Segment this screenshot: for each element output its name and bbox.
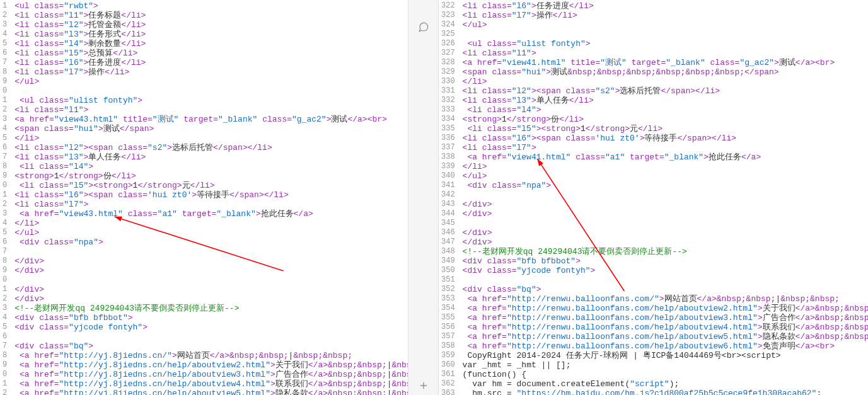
code-line[interactable]: </div> (14, 285, 408, 294)
code-line[interactable]: <a href="view41.html" title="测试" target=… (463, 58, 868, 67)
code-line[interactable]: <li class="l6"><span class='hui zt0'>等待接… (14, 190, 408, 200)
code-line[interactable]: <li class="l3">单人任务</li> (14, 152, 408, 162)
code-line[interactable]: <li class="l4"> (463, 105, 868, 115)
code-line[interactable]: <li class="l4"> (14, 162, 408, 171)
diff-pane-left: 1 2 3 4 5 6 7 8 9 0 1 2 3 4 5 6 7 8 9 0 … (0, 0, 408, 395)
code-line[interactable]: <div class="yjcode fontyh"> (14, 323, 408, 332)
code-line[interactable]: </ul> (14, 77, 408, 86)
code-line[interactable]: <span class="hui">测试&nbsp;&nbsp;&nbsp;&n… (463, 67, 868, 77)
code-line[interactable]: <li class="l5"><strong>1</strong>元</li> (463, 124, 868, 134)
code-line[interactable]: <ul class="ulist fontyh"> (14, 96, 408, 105)
code-line[interactable]: <li class="l3">单人任务</li> (463, 96, 868, 105)
code-area-right[interactable]: 322 323 324 325 326 327 328 329 330 331 … (439, 0, 868, 395)
code-line[interactable]: <a href="http://renwu.balloonfans.com/he… (463, 323, 868, 332)
code-line[interactable]: </div> (463, 238, 868, 247)
code-line[interactable]: <div class="yjcode fontyh"> (463, 266, 868, 275)
code-line[interactable]: <li class="l1"> (463, 49, 868, 58)
code-line[interactable]: <a href="http://renwu.balloonfans.com/he… (463, 304, 868, 313)
code-line[interactable] (463, 190, 868, 200)
line-numbers-right: 322 323 324 325 326 327 328 329 330 331 … (439, 0, 459, 395)
diff-gutter (408, 0, 439, 395)
code-line[interactable]: </li> (14, 219, 408, 228)
code-line[interactable]: <div class="bfb bfbbot"> (14, 313, 408, 323)
code-line[interactable]: <li class="l2"><span class="s2">选标后托管</s… (14, 143, 408, 152)
code-area-left[interactable]: 1 2 3 4 5 6 7 8 9 0 1 2 3 4 5 6 7 8 9 0 … (0, 0, 408, 395)
code-line[interactable]: <li class="l7">操作</li> (14, 67, 408, 77)
code-line[interactable]: </div> (463, 228, 868, 238)
code-line[interactable]: <!--老财网开发qq 249294043请不要倒卖否则停止更新--> (463, 247, 868, 256)
code-line[interactable] (463, 275, 868, 285)
code-line[interactable]: </li> (463, 77, 868, 86)
line-numbers-left: 1 2 3 4 5 6 7 8 9 0 1 2 3 4 5 6 7 8 9 0 … (0, 0, 11, 395)
code-line[interactable]: <a href="http://renwu.balloonfans.com/">… (463, 294, 868, 304)
code-line[interactable]: </div> (463, 209, 868, 219)
code-line[interactable]: <span class="hui">测试</span> (14, 124, 408, 134)
code-line[interactable]: </ul> (463, 171, 868, 181)
code-line[interactable]: var _hmt = _hmt || []; (463, 360, 868, 370)
code-line[interactable] (463, 219, 868, 228)
code-line[interactable]: </div> (14, 256, 408, 266)
code-line[interactable] (14, 275, 408, 285)
code-line[interactable]: <a href="view41.html" class="a1" target=… (463, 152, 868, 162)
code-line[interactable]: <a href="http://yj.8jiedns.cn/help/about… (14, 360, 408, 370)
code-line[interactable]: <a href="http://renwu.balloonfans.com/he… (463, 313, 868, 323)
code-line[interactable]: <strong>1</strong>份</li> (463, 115, 868, 124)
code-line[interactable]: (function() { (463, 370, 868, 379)
code-line[interactable]: CopyRight 2014-2024 任务大厅-球粉网 | 粤ICP备1404… (463, 351, 868, 360)
code-line[interactable]: <li class="l5">总预算</li> (14, 49, 408, 58)
code-line[interactable]: </li> (463, 162, 868, 171)
code-line[interactable]: <li class="l6">任务进度</li> (463, 1, 868, 11)
code-line[interactable]: <div class="bq"> (463, 285, 868, 294)
code-line[interactable]: <div class="npa"> (14, 238, 408, 247)
code-line[interactable]: </ul> (463, 20, 868, 30)
code-lines-left[interactable]: <ul class="rwbt"><li class="l1">任务标题</li… (11, 0, 408, 395)
plus-icon[interactable] (414, 377, 433, 396)
code-line[interactable]: </ul> (14, 228, 408, 238)
code-line[interactable]: </li> (14, 134, 408, 143)
code-line[interactable]: <div class="bq"> (14, 341, 408, 351)
code-line[interactable] (14, 86, 408, 96)
code-line[interactable]: </div> (14, 294, 408, 304)
code-line[interactable]: <li class="l6"><span class='hui zt0'>等待接… (463, 134, 868, 143)
code-line[interactable]: <li class="l1"> (14, 105, 408, 115)
code-line[interactable]: <a href="http://yj.8jiedns.cn/help/about… (14, 370, 408, 379)
code-line[interactable] (14, 332, 408, 341)
code-line[interactable]: <a href="http://yj.8jiedns.cn/help/about… (14, 379, 408, 389)
code-line[interactable]: <li class="l6">任务进度</li> (14, 58, 408, 67)
code-line[interactable]: <li class="l1">任务标题</li> (14, 11, 408, 20)
code-line[interactable]: <li class="l7"> (463, 143, 868, 152)
code-line[interactable]: <li class="l3">任务形式</li> (14, 30, 408, 39)
code-line[interactable]: <div class="bfb bfbbot"> (463, 256, 868, 266)
code-line[interactable]: <li class="l4">剩余数量</li> (14, 39, 408, 49)
code-line[interactable]: var hm = document.createElement("script"… (463, 379, 868, 389)
code-line[interactable]: <a href="view43.html" class="a1" target=… (14, 209, 408, 219)
code-line[interactable]: <li class="l7"> (14, 200, 408, 209)
code-line[interactable]: <strong>1</strong>份</li> (14, 171, 408, 181)
diff-pane-right: 322 323 324 325 326 327 328 329 330 331 … (439, 0, 868, 395)
code-line[interactable]: <li class="l2"><span class="s2">选标后托管</s… (463, 86, 868, 96)
code-line[interactable]: <div class="npa"> (463, 181, 868, 190)
code-line[interactable]: </div> (14, 266, 408, 275)
code-line[interactable] (463, 30, 868, 39)
code-line[interactable]: <a href="view43.html" title="测试" target=… (14, 115, 408, 124)
code-line[interactable] (14, 247, 408, 256)
code-line[interactable]: <a href="http://yj.8jiedns.cn/">网站首页</a>… (14, 351, 408, 360)
code-line[interactable]: <!--老财网开发qq 249294043请不要倒卖否则停止更新--> (14, 304, 408, 313)
code-line[interactable]: <li class="l5"><strong>1</strong>元</li> (14, 181, 408, 190)
code-line[interactable]: <a href="http://yj.8jiedns.cn/help/about… (14, 389, 408, 395)
code-lines-right[interactable]: <li class="l6">任务进度</li><li class="l7">操… (459, 0, 868, 395)
code-line[interactable]: <li class="l7">操作</li> (463, 11, 868, 20)
code-line[interactable]: hm.src = "https://hm.baidu.com/hm.js?c1d… (463, 389, 868, 395)
code-line[interactable]: </div> (463, 200, 868, 209)
code-line[interactable]: <a href="http://renwu.balloonfans.com/he… (463, 341, 868, 351)
chat-icon[interactable] (414, 18, 433, 37)
code-line[interactable]: <a href="http://renwu.balloonfans.com/he… (463, 332, 868, 341)
code-line[interactable]: <ul class="ulist fontyh"> (463, 39, 868, 49)
code-line[interactable]: <li class="l2">托管金额</li> (14, 20, 408, 30)
code-line[interactable]: <ul class="rwbt"> (14, 1, 408, 11)
